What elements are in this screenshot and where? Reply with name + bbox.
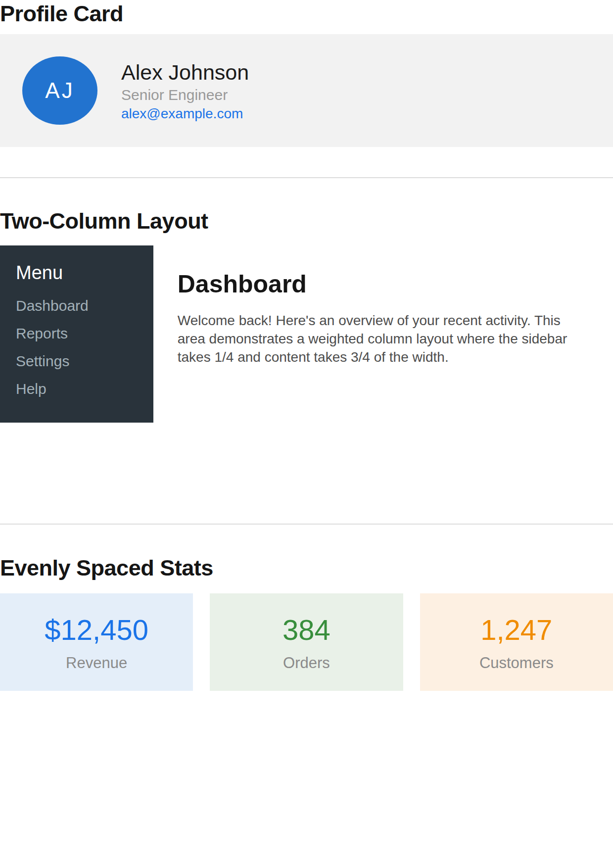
stat-card-revenue: $12,450 Revenue <box>0 593 193 691</box>
profile-name: Alex Johnson <box>121 60 249 84</box>
stats-section-heading: Evenly Spaced Stats <box>0 556 613 579</box>
stat-label: Orders <box>210 655 403 672</box>
email-link[interactable]: alex@example.com <box>121 106 249 121</box>
profile-job-title: Senior Engineer <box>121 87 249 103</box>
stats-row: $12,450 Revenue 384 Orders 1,247 Custome… <box>0 593 613 691</box>
stat-value: 384 <box>210 615 403 645</box>
stat-card-orders: 384 Orders <box>210 593 403 691</box>
sidebar-item-help[interactable]: Help <box>16 380 138 398</box>
stat-value: $12,450 <box>0 615 193 645</box>
two-column-layout: Menu Dashboard Reports Settings Help Das… <box>0 245 613 423</box>
stat-value: 1,247 <box>420 615 613 645</box>
content-body-text: Welcome back! Here's an overview of your… <box>178 311 568 366</box>
sidebar-menu-list: Dashboard Reports Settings Help <box>16 297 138 398</box>
sidebar-item-reports[interactable]: Reports <box>16 325 138 342</box>
profile-section-heading: Profile Card <box>0 0 613 25</box>
content-title: Dashboard <box>178 270 613 298</box>
profile-card: AJ Alex Johnson Senior Engineer alex@exa… <box>0 34 613 147</box>
section-divider <box>0 177 613 178</box>
profile-text-block: Alex Johnson Senior Engineer alex@exampl… <box>121 60 249 121</box>
stat-label: Revenue <box>0 655 193 672</box>
stat-label: Customers <box>420 655 613 672</box>
section-divider <box>0 524 613 525</box>
stat-card-customers: 1,247 Customers <box>420 593 613 691</box>
sidebar-item-dashboard[interactable]: Dashboard <box>16 297 138 315</box>
sidebar: Menu Dashboard Reports Settings Help <box>0 245 153 423</box>
two-column-section-heading: Two-Column Layout <box>0 209 613 233</box>
avatar: AJ <box>22 56 97 125</box>
sidebar-menu-title: Menu <box>16 261 138 284</box>
content-area: Dashboard Welcome back! Here's an overvi… <box>153 245 613 423</box>
sidebar-item-settings[interactable]: Settings <box>16 352 138 370</box>
